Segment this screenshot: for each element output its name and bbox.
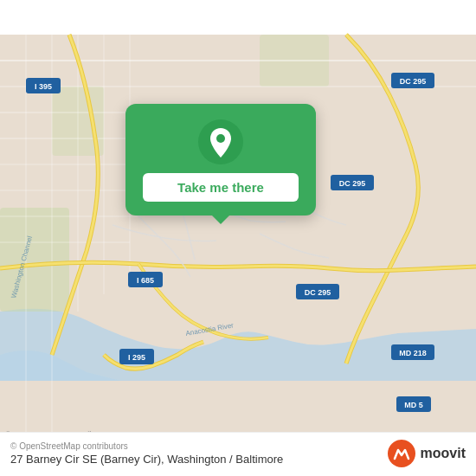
svg-text:I 685: I 685 xyxy=(137,276,154,285)
svg-point-37 xyxy=(216,134,225,143)
moovit-text: moovit xyxy=(421,446,466,461)
address-line: 27 Barney Cir SE (Barney Cir), Washingto… xyxy=(10,453,283,466)
svg-text:MD 5: MD 5 xyxy=(404,401,423,409)
svg-text:DC 295: DC 295 xyxy=(400,77,427,86)
svg-text:DC 295: DC 295 xyxy=(305,288,331,297)
svg-text:MD 218: MD 218 xyxy=(399,349,427,357)
map-svg: I 395 DC 295 DC 295 DC 295 I 685 I 295 M… xyxy=(0,0,476,476)
bottom-bar: © OpenStreetMap contributors 27 Barney C… xyxy=(0,432,476,476)
map-container: I 395 DC 295 DC 295 DC 295 I 685 I 295 M… xyxy=(0,0,476,476)
location-pin-icon xyxy=(198,119,243,164)
attribution: © OpenStreetMap contributors xyxy=(10,441,283,451)
moovit-icon-svg xyxy=(388,440,415,467)
svg-text:DC 295: DC 295 xyxy=(339,179,366,188)
svg-text:I 295: I 295 xyxy=(128,353,145,362)
take-me-there-button[interactable]: Take me there xyxy=(143,173,299,202)
bottom-info: © OpenStreetMap contributors 27 Barney C… xyxy=(10,441,283,466)
location-card: Take me there xyxy=(125,104,316,215)
svg-text:I 395: I 395 xyxy=(35,82,52,91)
moovit-logo[interactable]: moovit xyxy=(388,440,466,467)
